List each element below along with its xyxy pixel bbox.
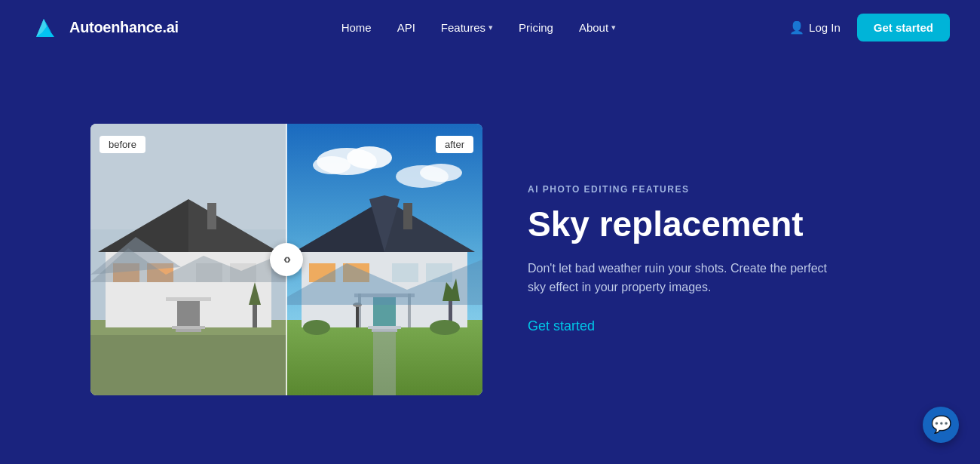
svg-rect-35 <box>392 263 418 282</box>
svg-point-50 <box>430 320 460 335</box>
svg-point-26 <box>420 164 462 182</box>
feature-description: Don't let bad weather ruin your shots. C… <box>528 259 844 297</box>
svg-rect-14 <box>166 297 211 301</box>
nav-links: Home API Features ▾ Pricing About ▾ <box>331 15 626 40</box>
svg-rect-8 <box>207 203 216 229</box>
before-label: before <box>100 136 145 153</box>
before-image <box>90 124 286 395</box>
nav-pricing[interactable]: Pricing <box>508 15 564 40</box>
svg-rect-44 <box>356 305 359 327</box>
svg-rect-43 <box>373 331 396 395</box>
svg-rect-32 <box>403 203 412 229</box>
person-icon: 👤 <box>789 20 804 35</box>
get-started-nav-button[interactable]: Get started <box>857 14 950 41</box>
svg-rect-3 <box>90 327 286 395</box>
feature-cta-button[interactable]: Get started <box>528 318 595 333</box>
feature-title: Sky replacement <box>528 205 920 244</box>
after-label: after <box>436 136 473 153</box>
slider-handle[interactable]: ‹› <box>270 243 303 276</box>
feature-text-content: AI PHOTO EDITING FEATURES Sky replacemen… <box>528 184 920 334</box>
after-image <box>286 124 482 395</box>
features-chevron-icon: ▾ <box>488 23 493 32</box>
svg-point-23 <box>347 146 392 169</box>
nav-features[interactable]: Features ▾ <box>430 15 504 40</box>
svg-point-24 <box>313 156 351 174</box>
svg-rect-13 <box>177 297 200 327</box>
svg-rect-15 <box>172 326 205 329</box>
chat-button[interactable]: 💬 <box>923 407 959 443</box>
navbar: Autoenhance.ai Home API Features ▾ Prici… <box>0 0 980 54</box>
image-comparison[interactable]: before after ‹› <box>90 124 482 395</box>
about-chevron-icon: ▾ <box>611 23 616 32</box>
slider-arrows-icon: ‹› <box>283 251 289 267</box>
logo[interactable]: Autoenhance.ai <box>30 11 179 43</box>
svg-point-49 <box>303 320 330 335</box>
nav-actions: 👤 Log In Get started <box>779 14 950 41</box>
nav-api[interactable]: API <box>387 15 426 40</box>
logo-icon <box>30 11 62 43</box>
nav-home[interactable]: Home <box>331 15 382 40</box>
svg-rect-18 <box>253 305 257 327</box>
main-content: before after ‹› AI PHOTO EDITING FEATURE… <box>0 54 980 464</box>
brand-name: Autoenhance.ai <box>69 19 179 36</box>
svg-rect-41 <box>368 326 401 329</box>
svg-rect-16 <box>176 329 201 332</box>
nav-about[interactable]: About ▾ <box>568 15 626 40</box>
feature-tag: AI PHOTO EDITING FEATURES <box>528 184 920 195</box>
login-button[interactable]: 👤 Log In <box>779 14 851 41</box>
chat-icon: 💬 <box>931 415 951 435</box>
